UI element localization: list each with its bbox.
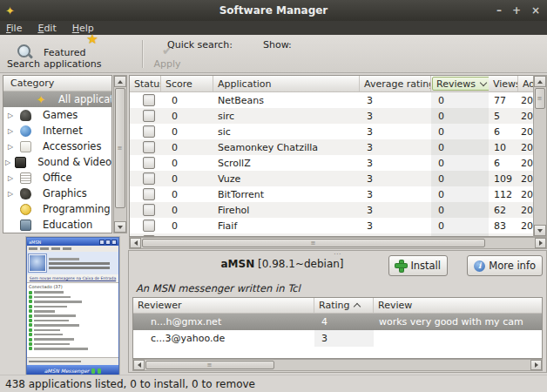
reviews-header-label: Reviews [436,78,476,90]
thumb-title: aMSN [29,240,41,245]
install-checkbox[interactable] [143,172,155,185]
featured-applications-button[interactable]: ★ Featured applications [44,37,141,71]
install-checkbox[interactable] [143,125,155,138]
search-button-label: Search [7,58,40,70]
install-checkbox[interactable] [143,220,155,232]
scroll-up-icon[interactable] [534,76,546,87]
sidebar-item-label: Accessories [43,140,101,152]
panel-resize-grip[interactable]: ⋯ [334,250,341,258]
thumb-titlebar: aMSN [27,238,118,246]
review-row[interactable]: n...h@gmx.net 4 works very good with my … [133,314,542,330]
column-header-reviewer[interactable]: Reviewer [133,298,314,313]
column-header-added[interactable]: Ad [518,76,533,91]
column-header-reviews[interactable]: Reviews [431,76,489,91]
sidebar-item-internet[interactable]: ▷ Internet [3,123,111,139]
sidebar-item-graphics[interactable]: ▷ Graphics [3,186,111,201]
install-checkbox[interactable] [143,157,155,169]
table-row[interactable]: 0 sic 3 0 6 20 [130,124,533,139]
search-icon [17,43,30,58]
table-vertical-scrollbar[interactable]: ≡ [533,75,547,237]
table-row[interactable]: 0 Firehol 3 0 62 20 [130,202,533,218]
maximize-button[interactable]: + [512,4,521,17]
sidebar-item-label: Programming [43,203,111,215]
plus-icon [395,260,407,272]
expander-icon[interactable]: ▷ [5,143,16,151]
category-scrollbar-thumb[interactable]: ≡ [115,88,125,208]
table-row[interactable]: 0 Vuze 3 0 109 20 [130,171,533,186]
thumb-menubar [27,246,118,252]
sidebar-item-label: Internet [43,125,83,137]
table-hscrollbar-thumb[interactable]: ≡ [142,239,485,247]
scroll-right-icon[interactable] [530,360,542,370]
sidebar-item-all-applications[interactable]: ✦ All applications [3,91,111,107]
column-header-status[interactable]: Status [130,76,161,91]
sidebar-item-label: Office [43,172,72,184]
table-row[interactable]: 0 NetBeans 3 0 77 20 [130,92,533,108]
column-header-average-rating[interactable]: Average rating [360,76,431,91]
expander-icon[interactable]: ▷ [5,174,16,182]
install-checkbox[interactable] [143,141,155,153]
sidebar-item-games[interactable]: ▷ Games [3,107,111,123]
table-row[interactable]: 0 Seamonkey Chatzilla 3 0 10 20 [130,139,533,155]
office-icon [20,172,31,184]
sidebar-item-programming[interactable]: Programming [3,201,111,217]
sidebar-item-label: Sound & Video [37,156,111,168]
more-info-button[interactable]: i More info [467,255,543,276]
search-button[interactable]: Search [3,37,44,71]
show-label: Show: [263,39,292,51]
expander-icon[interactable]: ▷ [5,127,16,135]
column-header-score[interactable]: Score [161,76,213,91]
reviews-horizontal-scrollbar[interactable]: ≡ [132,359,543,371]
table-scrollbar-thumb[interactable]: ≡ [535,88,545,109]
install-checkbox[interactable] [143,94,155,106]
close-button[interactable]: × [531,4,540,17]
install-button[interactable]: Install [388,255,448,276]
install-checkbox[interactable] [143,188,155,200]
reviews-header-row: Reviewer Rating Review [133,298,542,314]
table-row[interactable]: 0 ScrollZ 3 0 6 20 [130,155,533,171]
scroll-up-icon[interactable] [114,76,126,87]
sidebar-item-education[interactable]: Education [3,217,111,233]
column-header-review[interactable]: Review [374,298,542,313]
expander-icon[interactable]: ▷ [5,112,16,119]
toolbar: Search ★ Featured applications ✔ Apply Q… [0,35,547,73]
sidebar-item-label: Graphics [43,187,87,199]
category-scrollbar[interactable]: ≡ [113,75,127,233]
scroll-down-icon[interactable] [114,221,126,233]
column-header-rating[interactable]: Rating [314,298,374,313]
internet-globe-icon [20,125,31,137]
statusbar: 438 applications listed, 0 to install, 0… [0,375,547,392]
thumb-inbox-link: Sem novas mensagens na Caixa de Entrada [27,274,118,282]
table-row[interactable]: 0 Fiaif 3 0 83 20 [130,218,533,233]
column-header-application[interactable]: Application [213,76,360,91]
expander-icon[interactable]: ▷ [5,159,10,166]
table-horizontal-scrollbar[interactable]: ≡ [129,237,547,249]
menu-file[interactable]: File [6,23,22,34]
review-row[interactable]: c...3@yahoo.de 3 [133,330,542,347]
category-panel: Category ✦ All applications ▷ Games ▷ In… [3,75,112,233]
install-checkbox[interactable] [143,204,155,216]
sidebar-item-sound-video[interactable]: ▷ Sound & Video [3,154,111,170]
install-button-label: Install [410,260,441,272]
scroll-down-icon[interactable] [534,225,546,236]
scroll-right-icon[interactable] [535,238,546,248]
sidebar-item-accessories[interactable]: ▷ Accessories [3,139,111,154]
scroll-left-icon[interactable] [130,238,141,248]
install-checkbox[interactable] [143,110,155,122]
table-row[interactable]: 0 BitTorrent 3 0 112 20 [130,186,533,202]
rating-header-label: Rating [319,300,349,311]
minimize-button[interactable]: – [496,4,502,17]
scroll-left-icon[interactable] [133,360,145,370]
menu-edit[interactable]: Edit [37,23,56,34]
column-header-views[interactable]: Views [489,76,518,91]
details-panel: ⋯ aMSN [0.98.1~debian] Install i More in… [128,250,547,373]
sidebar-item-office[interactable]: ▷ Office [3,170,111,186]
reviews-hscrollbar-thumb[interactable]: ≡ [145,361,274,369]
table-row[interactable]: 0 sirc 3 0 5 20 [130,108,533,124]
expander-icon[interactable]: ▷ [5,190,16,198]
apply-button-label: Apply [153,58,180,70]
table-body: 0 NetBeans 3 0 77 20 0 sirc 3 0 5 20 0 s… [130,92,533,237]
app-version: [0.98.1~debian] [258,258,344,270]
category-header[interactable]: Category [3,76,111,91]
graphics-icon [20,188,31,199]
